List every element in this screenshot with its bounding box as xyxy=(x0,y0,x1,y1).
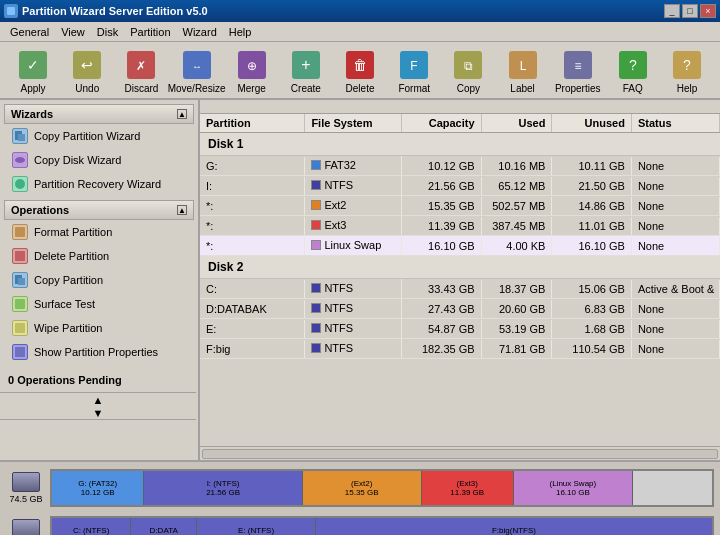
operations-header[interactable]: Operations ▲ xyxy=(4,200,194,220)
h-scrollbar-top[interactable] xyxy=(200,100,720,114)
svg-text:↔: ↔ xyxy=(192,61,202,72)
properties-button[interactable]: ≡ Properties xyxy=(552,45,604,95)
cell-used: 53.19 GB xyxy=(482,320,553,338)
disk1-bar-row: 74.5 GB G: (FAT32)10.12 GB I: (NTFS)21.5… xyxy=(6,466,714,509)
menu-general[interactable]: General xyxy=(4,24,55,40)
cell-capacity: 27.43 GB xyxy=(402,300,481,318)
disk2-seg-c[interactable]: C: (NTFS)33.43 GB xyxy=(52,518,131,536)
title-bar: Partition Wizard Server Edition v5.0 _ □… xyxy=(0,0,720,22)
table-row[interactable]: *: Ext2 15.35 GB 502.57 MB 14.86 GB None xyxy=(200,196,720,216)
delete-button[interactable]: 🗑 Delete xyxy=(335,45,385,95)
format-partition-label: Format Partition xyxy=(34,226,112,238)
menu-help[interactable]: Help xyxy=(223,24,258,40)
scroll-track[interactable] xyxy=(202,449,718,459)
disk1-seg-ext2[interactable]: (Ext2)15.35 GB xyxy=(303,471,422,505)
cell-capacity: 11.39 GB xyxy=(402,217,481,235)
copy-partition-label: Copy Partition xyxy=(34,274,103,286)
table-row[interactable]: E: NTFS 54.87 GB 53.19 GB 1.68 GB None xyxy=(200,319,720,339)
svg-text:L: L xyxy=(519,59,526,73)
cell-capacity: 21.56 GB xyxy=(402,177,481,195)
svg-rect-35 xyxy=(15,299,25,309)
cell-filesystem: NTFS xyxy=(305,279,402,298)
disk1-seg-unallocated[interactable] xyxy=(633,471,712,505)
cell-unused: 14.86 GB xyxy=(552,197,631,215)
minimize-button[interactable]: _ xyxy=(664,4,680,18)
partition-recovery-wizard-item[interactable]: Partition Recovery Wizard xyxy=(4,172,194,196)
cell-partition: F:big xyxy=(200,340,305,358)
cell-partition: *: xyxy=(200,197,305,215)
cell-partition: D:DATABAK xyxy=(200,300,305,318)
table-row[interactable]: G: FAT32 10.12 GB 10.16 MB 10.11 GB None xyxy=(200,156,720,176)
create-button[interactable]: + Create xyxy=(281,45,331,95)
svg-text:⊕: ⊕ xyxy=(247,59,257,73)
menu-partition[interactable]: Partition xyxy=(124,24,176,40)
wipe-partition-item[interactable]: Wipe Partition xyxy=(4,316,194,340)
disk1-seg-i[interactable]: I: (NTFS)21.56 GB xyxy=(144,471,302,505)
merge-button[interactable]: ⊕ Merge xyxy=(227,45,277,95)
menu-view[interactable]: View xyxy=(55,24,91,40)
surface-test-label: Surface Test xyxy=(34,298,95,310)
cell-filesystem: NTFS xyxy=(305,339,402,358)
delete-partition-icon xyxy=(12,248,28,264)
table-row[interactable]: F:big NTFS 182.35 GB 71.81 GB 110.54 GB … xyxy=(200,339,720,359)
window-title: Partition Wizard Server Edition v5.0 xyxy=(22,5,208,17)
label-button[interactable]: L Label xyxy=(498,45,548,95)
label-label: Label xyxy=(510,83,534,94)
apply-button[interactable]: ✓ Apply xyxy=(8,45,58,95)
svg-text:?: ? xyxy=(683,57,691,73)
wizards-collapse-icon[interactable]: ▲ xyxy=(177,109,187,119)
help-button[interactable]: ? Help xyxy=(662,45,712,95)
table-row[interactable]: *: Ext3 11.39 GB 387.45 MB 11.01 GB None xyxy=(200,216,720,236)
maximize-button[interactable]: □ xyxy=(682,4,698,18)
menu-wizard[interactable]: Wizard xyxy=(177,24,223,40)
table-row[interactable]: C: NTFS 33.43 GB 18.37 GB 15.06 GB Activ… xyxy=(200,279,720,299)
disk1-seg-linuxswap[interactable]: (Linux Swap)16.10 GB xyxy=(514,471,633,505)
faq-button[interactable]: ? FAQ xyxy=(608,45,658,95)
cell-status: None xyxy=(632,157,720,175)
col-header-partition: Partition xyxy=(200,114,305,132)
disk2-seg-e[interactable]: E: (NTFS)54.87 GB xyxy=(197,518,316,536)
surface-test-icon xyxy=(12,296,28,312)
undo-button[interactable]: ↩ Undo xyxy=(62,45,112,95)
h-scrollbar-bottom[interactable] xyxy=(200,446,720,460)
operations-collapse-icon[interactable]: ▲ xyxy=(177,205,187,215)
right-panel: Partition File System Capacity Used Unus… xyxy=(200,100,720,460)
format-button[interactable]: F Format xyxy=(389,45,439,95)
cell-capacity: 15.35 GB xyxy=(402,197,481,215)
copy-disk-wizard-item[interactable]: Copy Disk Wizard xyxy=(4,148,194,172)
close-button[interactable]: × xyxy=(700,4,716,18)
menu-disk[interactable]: Disk xyxy=(91,24,124,40)
left-panel: Wizards ▲ Copy Partition Wizard Copy Dis… xyxy=(0,100,200,460)
format-partition-item[interactable]: Format Partition xyxy=(4,220,194,244)
cell-used: 387.45 MB xyxy=(482,217,553,235)
svg-text:?: ? xyxy=(629,57,637,73)
disk2-seg-f[interactable]: F:big(NTFS)182.35 GB xyxy=(316,518,712,536)
undo-label: Undo xyxy=(75,83,99,94)
discard-button[interactable]: ✗ Discard xyxy=(116,45,166,95)
disk1-bar[interactable]: G: (FAT32)10.12 GB I: (NTFS)21.56 GB (Ex… xyxy=(50,469,714,507)
move-resize-button[interactable]: ↔ Move/Resize xyxy=(171,45,223,95)
wizards-header[interactable]: Wizards ▲ xyxy=(4,104,194,124)
window-controls[interactable]: _ □ × xyxy=(664,4,716,18)
delete-partition-item[interactable]: Delete Partition xyxy=(4,244,194,268)
table-row[interactable]: D:DATABAK NTFS 27.43 GB 20.60 GB 6.83 GB… xyxy=(200,299,720,319)
left-panel-scroll-up[interactable]: ▲ xyxy=(0,392,196,406)
surface-test-item[interactable]: Surface Test xyxy=(4,292,194,316)
left-panel-scroll-down[interactable]: ▼ xyxy=(0,406,196,420)
table-row[interactable]: I: NTFS 21.56 GB 65.12 MB 21.50 GB None xyxy=(200,176,720,196)
copy-partition-item[interactable]: Copy Partition xyxy=(4,268,194,292)
wipe-partition-icon xyxy=(12,320,28,336)
cell-capacity: 54.87 GB xyxy=(402,320,481,338)
operations-pending: 0 Operations Pending xyxy=(0,368,198,392)
disk1-seg-g[interactable]: G: (FAT32)10.12 GB xyxy=(52,471,144,505)
copy-button[interactable]: ⧉ Copy xyxy=(443,45,493,95)
properties-icon: ≡ xyxy=(562,49,594,81)
cell-used: 502.57 MB xyxy=(482,197,553,215)
disk1-seg-ext3[interactable]: (Ext3)11.39 GB xyxy=(422,471,514,505)
table-row[interactable]: *: Linux Swap 16.10 GB 4.00 KB 16.10 GB … xyxy=(200,236,720,256)
disk2-seg-d[interactable]: D:DATA27.43 xyxy=(131,518,197,536)
show-partition-properties-icon xyxy=(12,344,28,360)
disk2-bar[interactable]: C: (NTFS)33.43 GB D:DATA27.43 E: (NTFS)5… xyxy=(50,516,714,536)
show-partition-properties-item[interactable]: Show Partition Properties xyxy=(4,340,194,364)
copy-partition-wizard-item[interactable]: Copy Partition Wizard xyxy=(4,124,194,148)
